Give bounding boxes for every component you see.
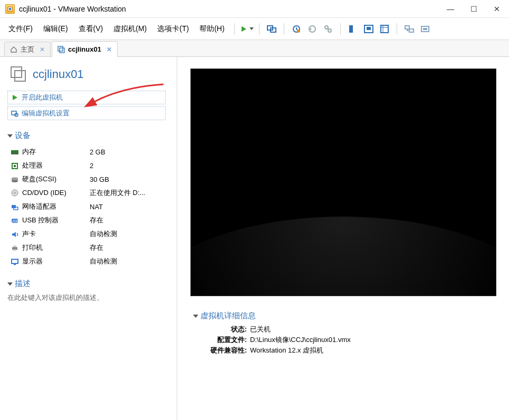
device-row-sound[interactable]: 声卡自动检测 [7, 227, 172, 241]
svg-marker-2 [242, 26, 246, 32]
svg-rect-42 [13, 249, 16, 251]
svg-rect-28 [11, 153, 18, 154]
svg-rect-15 [381, 25, 388, 33]
menu-vm[interactable]: 虚拟机(M) [109, 22, 151, 36]
maximize-button[interactable]: ☐ [470, 5, 477, 13]
compat-value: Workstation 12.x 虚拟机 [250, 346, 323, 355]
cpu-icon [11, 162, 19, 170]
svg-rect-22 [11, 67, 22, 77]
toolbar-play-icon[interactable] [240, 22, 254, 36]
window-title: ccjlinux01 - VMware Workstation [19, 5, 126, 13]
tab-home[interactable]: 主页 ✕ [4, 42, 51, 56]
device-row-memory[interactable]: 内存2 GB [7, 145, 172, 159]
menu-file[interactable]: 文件(F) [4, 22, 37, 36]
device-value: 自动检测 [87, 255, 172, 268]
svg-rect-17 [409, 29, 414, 32]
device-label: 打印机 [22, 243, 43, 251]
tab-active-label: ccjlinux01 [68, 45, 101, 53]
toolbar-stretch-icon[interactable] [418, 22, 432, 36]
device-label: 网络适配器 [22, 202, 56, 210]
device-value: 2 [87, 159, 172, 172]
state-key: 状态: [206, 325, 247, 334]
description-placeholder[interactable]: 在此处键入对该虚拟机的描述。 [7, 293, 172, 302]
devices-table: 内存2 GB处理器2硬盘(SCSI)30 GBCD/DVD (IDE)正在使用文… [7, 145, 172, 268]
tab-active-close-icon[interactable]: ✕ [107, 46, 112, 53]
titlebar: ccjlinux01 - VMware Workstation — ☐ ✕ [0, 0, 509, 18]
device-row-printer[interactable]: 打印机存在 [7, 241, 172, 255]
tab-home-close-icon[interactable]: ✕ [40, 46, 45, 53]
devices-title: 设备 [15, 131, 31, 141]
device-label: 内存 [22, 148, 36, 155]
device-value: 正在使用文件 D:... [87, 186, 172, 200]
device-label: 硬盘(SCSI) [22, 175, 56, 183]
menu-help[interactable]: 帮助(H) [195, 22, 228, 36]
home-icon [10, 46, 17, 53]
tab-home-label: 主页 [21, 45, 34, 54]
menu-tabs[interactable]: 选项卡(T) [153, 22, 193, 36]
power-on-label: 开启此虚拟机 [22, 93, 63, 102]
device-row-net[interactable]: 网络适配器NAT [7, 200, 172, 213]
cd-icon [11, 189, 19, 197]
menubar: 文件(F) 编辑(E) 查看(V) 虚拟机(M) 选项卡(T) 帮助(H) [0, 18, 509, 40]
toolbar-unity-icon[interactable] [362, 22, 376, 36]
description-title: 描述 [15, 279, 31, 289]
memory-icon [11, 148, 19, 157]
svg-point-6 [297, 30, 300, 33]
description-header[interactable]: 描述 [7, 279, 172, 289]
state-value: 已关机 [250, 325, 271, 334]
svg-rect-44 [14, 264, 16, 265]
hdd-icon [11, 175, 19, 184]
edit-vm-settings-link[interactable]: 编辑虚拟机设置 [7, 106, 166, 120]
toolbar-screens-icon[interactable] [265, 22, 278, 36]
svg-rect-37 [14, 207, 18, 210]
tabstrip: 主页 ✕ ccjlinux01 ✕ [0, 40, 509, 57]
tab-ccjlinux01[interactable]: ccjlinux01 ✕ [52, 41, 118, 57]
device-label: CD/DVD (IDE) [22, 189, 66, 197]
devices-header[interactable]: 设备 [7, 131, 172, 141]
power-on-vm-link[interactable]: 开启此虚拟机 [7, 91, 166, 104]
device-row-hdd[interactable]: 硬盘(SCSI)30 GB [7, 172, 172, 186]
device-row-cpu[interactable]: 处理器2 [7, 159, 172, 172]
details-title: 虚拟机详细信息 [200, 311, 256, 321]
device-row-cd[interactable]: CD/DVD (IDE)正在使用文件 D:... [7, 186, 172, 200]
device-label: 声卡 [22, 230, 36, 238]
settings-icon [11, 110, 18, 117]
device-row-display[interactable]: 显示器自动检测 [7, 255, 172, 268]
device-label: 处理器 [22, 161, 43, 169]
close-button[interactable]: ✕ [493, 5, 501, 13]
svg-rect-20 [58, 46, 63, 51]
toolbar-fullscreen-icon[interactable] [378, 22, 391, 36]
device-value: 存在 [87, 213, 172, 227]
svg-point-33 [12, 180, 18, 182]
toolbar-single-icon[interactable] [346, 22, 360, 36]
vm-icon [9, 65, 27, 83]
usb-icon: USB [11, 217, 19, 225]
svg-rect-19 [423, 28, 427, 30]
config-value: D:\Linux镜像\CCJ\ccjlinux01.vmx [250, 335, 351, 345]
display-icon [11, 258, 19, 266]
play-icon [11, 94, 18, 101]
svg-point-35 [14, 192, 16, 194]
collapse-icon [193, 315, 198, 318]
app-icon [5, 4, 15, 14]
toolbar-cycle-icon[interactable] [402, 22, 416, 36]
window-controls: — ☐ ✕ [447, 5, 504, 13]
vm-screen-preview [190, 69, 496, 296]
details-header[interactable]: 虚拟机详细信息 [193, 311, 504, 321]
svg-rect-1 [9, 8, 11, 10]
svg-rect-21 [60, 48, 64, 53]
net-icon [11, 203, 19, 211]
device-row-usb[interactable]: USBUSB 控制器存在 [7, 213, 172, 227]
compat-key: 硬件兼容性: [206, 346, 247, 355]
menu-view[interactable]: 查看(V) [74, 22, 108, 36]
svg-rect-41 [13, 246, 16, 247]
printer-icon [11, 244, 19, 252]
toolbar-snapshot-take-icon[interactable] [290, 22, 303, 36]
minimize-button[interactable]: — [447, 5, 454, 13]
toolbar-snapshot-revert-icon[interactable] [305, 22, 319, 36]
svg-rect-16 [405, 26, 409, 29]
sound-icon [11, 230, 19, 239]
menu-edit[interactable]: 编辑(E) [39, 22, 72, 36]
svg-rect-25 [12, 111, 16, 115]
toolbar-snapshot-manager-icon[interactable] [321, 22, 335, 36]
